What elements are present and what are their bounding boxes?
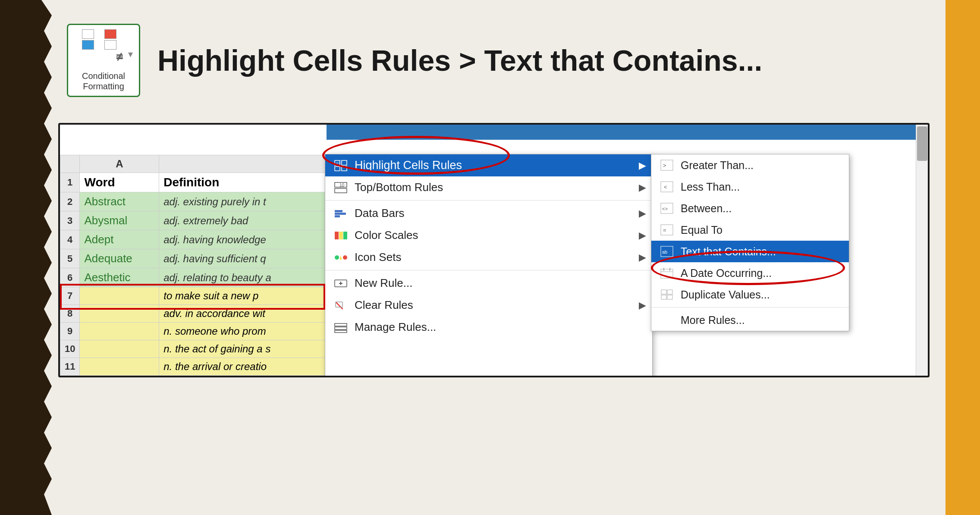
sub-menu-item-more-rules[interactable]: More Rules... [651,309,849,331]
row-num-2: 2 [60,192,80,211]
svg-rect-38 [661,290,666,294]
row-num-7: 7 [60,287,80,305]
svg-point-16 [343,255,347,260]
sub-menu-label-between: Between... [681,202,732,215]
manage-rules-icon [333,321,349,334]
svg-rect-7 [335,188,347,193]
col-a-header: A [80,155,159,173]
svg-rect-1 [342,160,347,165]
table-row: 8 adv. in accordance wit [60,305,327,323]
equal-to-icon: = [659,223,675,236]
cell-b5: adj. having sufficient q [159,249,327,268]
svg-rect-3 [342,166,347,171]
sub-menu-item-less-than[interactable]: < Less Than... [651,176,849,198]
svg-rect-8 [335,210,342,212]
svg-rect-10 [335,215,340,217]
scrollbar-thumb[interactable] [917,126,927,161]
menu-label-highlight-rules: Highlight Cells Rules [355,159,462,172]
svg-marker-15 [339,255,342,260]
row-num-header [60,155,80,173]
cell-b2: adj. existing purely in t [159,192,327,211]
menu-item-color-scales[interactable]: Color Scales ▶ [325,224,652,246]
icon-sets-arrow: ▶ [639,252,646,263]
row-num-8: 8 [60,305,80,323]
cell-a10 [80,340,159,358]
table-row: 6 Aesthetic adj. relating to beauty a [60,268,327,287]
date-occurring-icon [659,267,675,279]
svg-rect-22 [335,327,347,330]
svg-rect-11 [335,232,339,239]
svg-rect-9 [335,213,346,215]
excel-ribbon-bar [327,125,916,140]
sub-menu-item-greater-than[interactable]: > Greater Than... [651,154,849,176]
spreadsheet-table-area: A 1 Word Definition 2 Abstract adj. exis… [60,155,327,376]
sub-menu-item-duplicate-values[interactable]: Duplicate Values... [651,284,849,305]
row-num-9: 9 [60,323,80,340]
top-bottom-icon: 10 [333,181,349,194]
icon-sets-icon [333,251,349,264]
svg-rect-12 [339,232,343,239]
svg-text:<>: <> [336,161,341,165]
more-rules-spacer [659,314,675,327]
svg-text:10: 10 [339,183,345,188]
cell-b10: n. the act of gaining a s [159,340,327,358]
col-b-header [159,155,327,173]
menu-item-icon-sets[interactable]: Icon Sets ▶ [325,246,652,268]
cell-a1: Word [80,173,159,192]
highlight-rules-icon: <> [333,159,349,172]
menu-label-icon-sets: Icon Sets [355,251,401,264]
cell-a11 [80,358,159,376]
highlight-rules-arrow: ▶ [639,160,646,171]
svg-rect-23 [335,330,347,333]
row-num-5: 5 [60,249,80,268]
new-rule-icon [333,277,349,290]
sub-menu-label-date-occurring: A Date Occurring... [681,267,772,279]
table-row: 2 Abstract adj. existing purely in t [60,192,327,211]
clear-rules-icon [333,299,349,312]
table-row: 1 Word Definition [60,173,327,192]
cell-a7 [80,287,159,305]
cell-a4: Adept [80,230,159,249]
menu-item-data-bars[interactable]: Data Bars ▶ [325,202,652,224]
svg-text:<: < [664,184,667,190]
cell-a9 [80,323,159,340]
menu-label-top-bottom: Top/Bottom Rules [355,181,443,194]
table-row: 11 n. the arrival or creatio [60,358,327,376]
scrollbar[interactable] [916,125,928,376]
sub-menu-item-date-occurring[interactable]: A Date Occurring... [651,262,849,284]
menu-item-top-bottom[interactable]: 10 Top/Bottom Rules ▶ [325,176,652,198]
menu-item-highlight-rules[interactable]: <> Highlight Cells Rules ▶ [325,154,652,176]
spreadsheet-table: A 1 Word Definition 2 Abstract adj. exis… [60,155,327,376]
sub-menu-item-equal-to[interactable]: = Equal To [651,219,849,241]
menu-label-new-rule: New Rule... [355,276,412,290]
cf-icon-label: Conditional Formatting [82,71,125,91]
svg-point-14 [335,255,339,260]
svg-rect-21 [335,323,347,326]
conditional-formatting-icon-box: ≠ ▾ Conditional Formatting [67,24,140,97]
cell-a2: Abstract [80,192,159,211]
row-num-4: 4 [60,230,80,249]
svg-rect-40 [661,295,666,299]
cell-b9: n. someone who prom [159,323,327,340]
sub-menu-item-text-contains[interactable]: ab Text that Contains... [651,241,849,262]
svg-rect-34 [661,269,673,278]
sub-menu[interactable]: > Greater Than... < Less Than... <> Betw [651,154,849,331]
menu-label-clear-rules: Clear Rules [355,298,413,312]
table-row: 9 n. someone who prom [60,323,327,340]
svg-text:=: = [663,227,666,233]
sub-menu-item-between[interactable]: <> Between... [651,198,849,219]
row-num-6: 6 [60,268,80,287]
menu-label-manage-rules: Manage Rules... [355,320,436,334]
cell-b7: to make suit a new p [159,287,327,305]
cell-b4: adj. having knowledge [159,230,327,249]
clear-rules-arrow: ▶ [639,300,646,311]
menu-item-new-rule[interactable]: New Rule... [325,272,652,294]
svg-rect-41 [667,295,672,299]
context-menu[interactable]: <> Highlight Cells Rules ▶ 10 Top/Bottom… [325,154,653,377]
menu-item-manage-rules[interactable]: Manage Rules... [325,316,652,338]
sub-menu-label-less-than: Less Than... [681,181,740,193]
sub-menu-label-text-contains: Text that Contains... [681,245,776,258]
cell-a8 [80,305,159,323]
text-contains-icon: ab [659,245,675,258]
menu-item-clear-rules[interactable]: Clear Rules ▶ [325,294,652,316]
